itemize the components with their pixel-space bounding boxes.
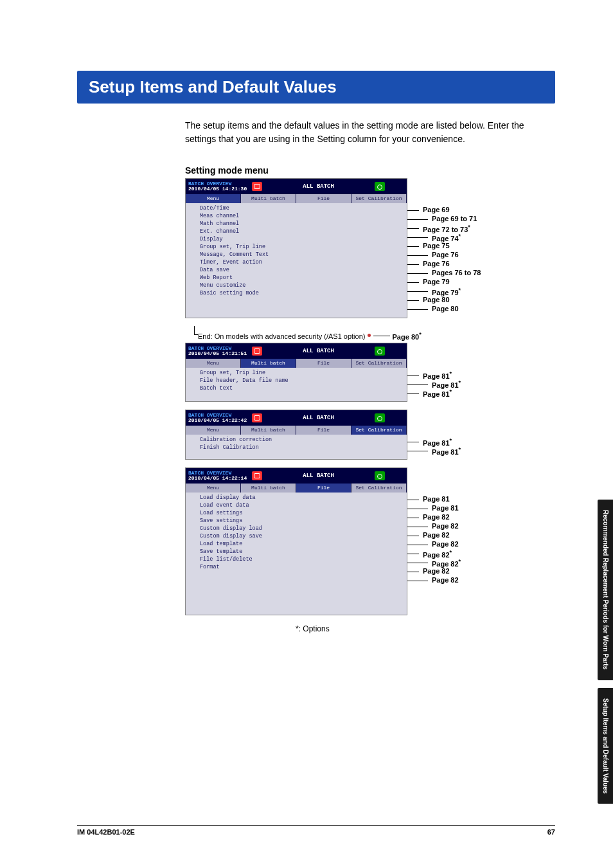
- page-ref-label: Page 81*: [423, 370, 452, 380]
- panel-tab[interactable]: Multi batch: [241, 359, 296, 368]
- page-ref-label: Page 82: [432, 522, 459, 530]
- menu-item[interactable]: Data save: [186, 266, 407, 274]
- menu-item[interactable]: Message, Comment Text: [186, 251, 407, 258]
- panel-block: Page 69Page 69 to 71Page 72 to 73*Page 7…: [185, 178, 551, 318]
- menu-item[interactable]: Math channel: [186, 220, 407, 228]
- panel-block: Page 81Page 81Page 82Page 82Page 82Page …: [185, 467, 551, 615]
- panel-header-batch: ALL BATCH: [262, 183, 375, 190]
- panel-header-batch: ALL BATCH: [262, 348, 375, 354]
- menu-item[interactable]: Load settings: [186, 509, 407, 517]
- bracket-icon: [194, 326, 198, 335]
- page-ref-label: Page 82: [432, 576, 459, 584]
- menu-item[interactable]: Menu customize: [186, 282, 407, 289]
- panel-tab[interactable]: Set Calibration: [351, 194, 407, 203]
- panel-tab[interactable]: Menu: [186, 359, 241, 368]
- panel-tab[interactable]: Multi batch: [241, 484, 296, 493]
- device-panel: BATCH OVERVIEW2010/04/05 14:22:14ALL BAT…: [185, 467, 407, 615]
- panel-block: Page 81*Page 81*BATCH OVERVIEW2010/04/05…: [185, 410, 551, 460]
- menu-item[interactable]: Load display data: [186, 494, 407, 502]
- menu-item[interactable]: File list/delete: [186, 556, 407, 563]
- page-ref-label: Page 69: [423, 206, 450, 213]
- page-ref-label: Page 81: [432, 504, 459, 512]
- menu-item[interactable]: Format: [186, 563, 407, 571]
- menu-item[interactable]: Basic setting mode: [186, 289, 407, 297]
- panel-header: BATCH OVERVIEW2010/04/05 14:22:42ALL BAT…: [186, 410, 407, 426]
- menu-item[interactable]: Group set, Trip line: [186, 243, 407, 251]
- page-ref-label: Page 82*: [423, 549, 452, 559]
- menu-item[interactable]: Date/Time: [186, 204, 407, 212]
- menu-item[interactable]: Custom display save: [186, 532, 407, 540]
- panel-header-title: BATCH OVERVIEW2010/04/05 14:22:42: [188, 413, 247, 423]
- page-ref-label: Page 76: [432, 251, 459, 258]
- menu-item[interactable]: Save settings: [186, 517, 407, 525]
- panel-tab[interactable]: Menu: [186, 426, 241, 435]
- page-ref-label: Page 76: [423, 260, 450, 267]
- intro-text: The setup items and the default values i…: [185, 119, 555, 146]
- menu-diagram: Page 69Page 69 to 71Page 72 to 73*Page 7…: [185, 178, 551, 620]
- subheading: Setting mode menu: [185, 165, 555, 176]
- page-title: Setup Items and Default Values: [77, 71, 555, 104]
- page-ref-label: Page 81*: [432, 446, 461, 456]
- disk-icon: [375, 471, 385, 480]
- menu-item[interactable]: Custom display load: [186, 525, 407, 532]
- panel-tab[interactable]: Menu: [186, 194, 241, 203]
- panel-tab[interactable]: Set Calibration: [351, 426, 407, 435]
- page-ref-label: Page 80: [423, 296, 450, 303]
- side-tabs: Recommended Replacement Periods for Worn…: [598, 492, 613, 804]
- disk-icon: [375, 182, 385, 191]
- menu-item[interactable]: Display: [186, 235, 407, 243]
- panel-tab[interactable]: File: [296, 194, 351, 203]
- panel-tab[interactable]: Multi batch: [241, 426, 296, 435]
- page-ref-label: Page 82: [423, 531, 450, 539]
- menu-item[interactable]: Timer, Event action: [186, 258, 407, 266]
- panel-tabs: MenuMulti batchFileSet Calibration: [186, 484, 407, 493]
- panel-header-batch: ALL BATCH: [262, 473, 375, 479]
- device-panel: BATCH OVERVIEW2010/04/05 14:22:42ALL BAT…: [185, 410, 407, 460]
- leader-dot-icon: [368, 334, 371, 337]
- page-ref-label: Page 69 to 71: [432, 215, 477, 222]
- panel-body: Calibration correctionFinish Calibration: [186, 435, 407, 459]
- footer-page-number: 67: [547, 828, 555, 836]
- panel-body: Date/TimeMeas channelMath channelExt. ch…: [186, 203, 407, 318]
- panel-tab[interactable]: File: [296, 426, 351, 435]
- footer-doc-id: IM 04L42B01-02E: [77, 828, 135, 836]
- page-ref-label: Page 75: [423, 242, 450, 249]
- menu-item[interactable]: Meas channel: [186, 212, 407, 220]
- menu-item[interactable]: Load event data: [186, 502, 407, 509]
- panel-header: BATCH OVERVIEW2010/04/05 14:21:30ALL BAT…: [186, 179, 407, 194]
- menu-item[interactable]: Save template: [186, 548, 407, 556]
- panel-tab[interactable]: Set Calibration: [351, 359, 407, 368]
- panel-tab[interactable]: File: [296, 359, 351, 368]
- menu-item[interactable]: File header, Data file name: [186, 377, 407, 384]
- device-panel: BATCH OVERVIEW2010/04/05 14:21:51ALL BAT…: [185, 343, 407, 402]
- record-icon: [252, 413, 262, 422]
- menu-item[interactable]: Load template: [186, 540, 407, 548]
- menu-item[interactable]: Ext. channel: [186, 228, 407, 235]
- panel-header-title: BATCH OVERVIEW2010/04/05 14:21:51: [188, 346, 247, 356]
- panel-block: Page 81*Page 81*Page 81*BATCH OVERVIEW20…: [185, 343, 551, 402]
- record-icon: [252, 471, 262, 480]
- panel-tab[interactable]: Multi batch: [241, 194, 296, 203]
- menu-item[interactable]: Finish Calibration: [186, 444, 407, 451]
- page-ref-label: Page 82: [432, 540, 459, 548]
- panel-tab[interactable]: Set Calibration: [351, 484, 407, 493]
- page-ref-label: Page 81*: [423, 437, 452, 447]
- menu-item[interactable]: Batch text: [186, 384, 407, 392]
- as1-note-text: End: On models with advanced security (/…: [198, 332, 368, 340]
- panel-header: BATCH OVERVIEW2010/04/05 14:22:14ALL BAT…: [186, 468, 407, 484]
- page-ref-label: Page 79*: [432, 287, 461, 296]
- panel-tabs: MenuMulti batchFileSet Calibration: [186, 426, 407, 435]
- side-tab-setup-items: Setup Items and Default Values: [598, 688, 613, 804]
- device-panel: BATCH OVERVIEW2010/04/05 14:21:30ALL BAT…: [185, 178, 407, 318]
- menu-item[interactable]: Calibration correction: [186, 436, 407, 444]
- panel-tabs: MenuMulti batchFileSet Calibration: [186, 194, 407, 203]
- panel-tab[interactable]: File: [296, 484, 351, 493]
- page-ref-label: Page 82*: [432, 558, 461, 568]
- disk-icon: [375, 413, 385, 422]
- page-ref-label: Page 81*: [423, 388, 452, 398]
- page: Setup Items and Default Values The setup…: [0, 0, 613, 868]
- panel-tab[interactable]: Menu: [186, 484, 241, 493]
- menu-item[interactable]: Web Report: [186, 274, 407, 282]
- menu-item[interactable]: Group set, Trip line: [186, 369, 407, 377]
- as1-note-row: End: On models with advanced security (/…: [185, 330, 551, 340]
